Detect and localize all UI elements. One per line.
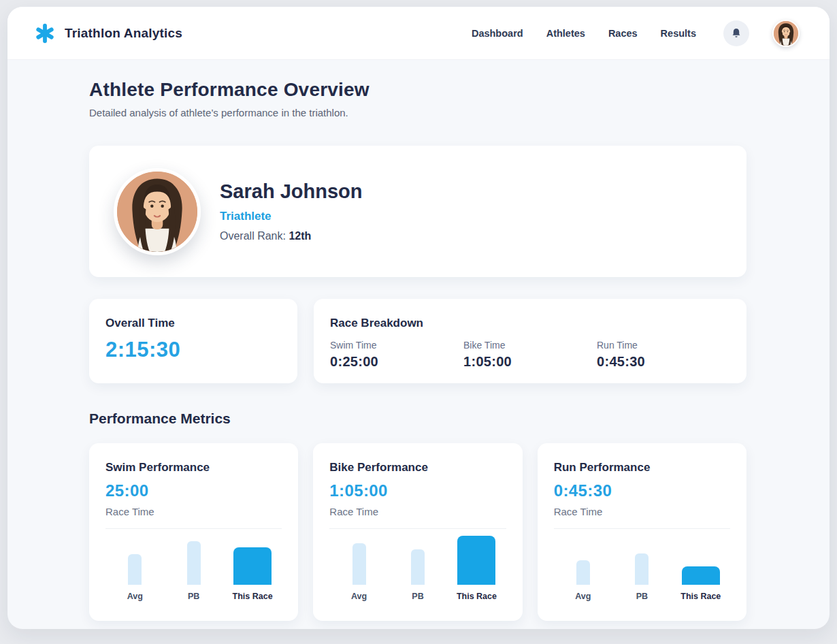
nav-item-dashboard[interactable]: Dashboard — [472, 28, 523, 39]
swim-avg-column: Avg — [105, 532, 164, 601]
page-subtitle: Detailed analysis of athlete’s performan… — [89, 107, 746, 118]
swim-thisrace-label: This Race — [233, 592, 273, 601]
run-pb-label: PB — [636, 592, 648, 601]
bike-thisrace-bar — [457, 536, 495, 585]
swim-avg-bar — [128, 554, 142, 585]
swim-pb-label: PB — [188, 592, 199, 601]
bike-card-caption: Race Time — [329, 506, 506, 517]
performance-metrics-heading: Performance Metrics — [89, 410, 746, 427]
athlete-rank-value: 12th — [289, 230, 311, 242]
bike-avg-bar — [352, 543, 366, 585]
brand[interactable]: Triathlon Analytics — [35, 23, 182, 44]
swim-pb-bar — [187, 541, 201, 585]
split-bike-label: Bike Time — [463, 340, 597, 351]
split-bike-value: 1:05:00 — [463, 354, 597, 370]
nav-item-races[interactable]: Races — [608, 28, 638, 39]
bike-card-title: Bike Performance — [329, 461, 506, 474]
run-bar-chart: Avg PB This Race — [554, 532, 730, 601]
run-card-title: Run Performance — [554, 461, 730, 474]
asterisk-logo-icon — [35, 23, 55, 44]
bike-thisrace-label: This Race — [457, 592, 497, 601]
run-thisrace-label: This Race — [680, 592, 721, 601]
app-window: Triathlon Analytics Dashboard Athletes R… — [7, 7, 830, 629]
bike-avg-label: Avg — [351, 592, 367, 601]
page-title: Athlete Performance Overview — [89, 79, 746, 101]
bike-pb-label: PB — [412, 592, 423, 601]
split-swim-label: Swim Time — [330, 340, 463, 351]
race-breakdown-splits: Swim Time 0:25:00 Bike Time 1:05:00 Run … — [330, 340, 730, 370]
swim-card-title: Swim Performance — [105, 461, 282, 474]
swim-pb-column: PB — [164, 532, 223, 601]
bike-thisrace-column: This Race — [447, 532, 506, 601]
run-avg-column: Avg — [554, 532, 612, 601]
athlete-avatar — [114, 168, 201, 255]
main-nav: Dashboard Athletes Races Results — [472, 20, 800, 47]
run-thisrace-bar — [682, 566, 720, 585]
race-breakdown-title: Race Breakdown — [330, 317, 730, 330]
swim-thisrace-column: This Race — [223, 532, 282, 601]
swim-card-value: 25:00 — [105, 481, 282, 500]
race-breakdown-card: Race Breakdown Swim Time 0:25:00 Bike Ti… — [314, 299, 746, 383]
bike-bar-chart: Avg PB This Race — [329, 532, 506, 601]
bike-performance-card: Bike Performance 1:05:00 Race Time Avg P… — [313, 443, 522, 621]
overall-time-label: Overall Time — [105, 317, 281, 330]
bike-pb-bar — [411, 549, 425, 585]
run-pb-bar — [635, 553, 649, 585]
run-performance-card: Run Performance 0:45:30 Race Time Avg PB — [538, 443, 746, 621]
nav-item-athletes[interactable]: Athletes — [546, 28, 585, 39]
navbar: Triathlon Analytics Dashboard Athletes R… — [7, 7, 830, 60]
divider — [554, 528, 730, 529]
nav-item-results[interactable]: Results — [661, 28, 696, 39]
bell-icon — [730, 27, 742, 39]
run-card-caption: Race Time — [554, 506, 730, 517]
bike-pb-column: PB — [389, 532, 447, 601]
notifications-button[interactable] — [723, 20, 749, 46]
split-bike: Bike Time 1:05:00 — [463, 340, 597, 370]
split-swim-value: 0:25:00 — [330, 354, 463, 370]
swim-performance-card: Swim Performance 25:00 Race Time Avg PB — [89, 443, 298, 621]
athlete-card: Sarah Johnson Triathlete Overall Rank: 1… — [89, 146, 746, 277]
split-swim: Swim Time 0:25:00 — [330, 340, 463, 370]
athlete-rank-label: Overall Rank: — [220, 230, 286, 242]
swim-bar-chart: Avg PB This Race — [105, 532, 282, 601]
stats-row: Overall Time 2:15:30 Race Breakdown Swim… — [89, 299, 746, 383]
athlete-name: Sarah Johnson — [220, 180, 363, 203]
swim-avg-label: Avg — [127, 592, 143, 601]
run-avg-label: Avg — [575, 592, 591, 601]
split-run-label: Run Time — [597, 340, 730, 351]
run-card-value: 0:45:30 — [554, 481, 730, 500]
athlete-role: Triathlete — [220, 210, 363, 223]
bike-card-value: 1:05:00 — [329, 481, 506, 500]
divider — [329, 528, 506, 529]
overall-time-card: Overall Time 2:15:30 — [89, 299, 297, 383]
user-avatar[interactable] — [772, 20, 800, 47]
main-content: Athlete Performance Overview Detailed an… — [7, 60, 830, 629]
brand-name: Triathlon Analytics — [65, 26, 182, 41]
overall-time-value: 2:15:30 — [105, 338, 281, 362]
divider — [105, 528, 282, 529]
split-run-value: 0:45:30 — [597, 354, 730, 370]
athlete-rank: Overall Rank: 12th — [220, 230, 363, 242]
athlete-info: Sarah Johnson Triathlete Overall Rank: 1… — [220, 180, 363, 242]
metric-grid: Swim Performance 25:00 Race Time Avg PB — [89, 443, 746, 621]
run-pb-column: PB — [612, 532, 671, 601]
split-run: Run Time 0:45:30 — [597, 340, 730, 370]
run-thisrace-column: This Race — [672, 532, 730, 601]
swim-thisrace-bar — [233, 547, 272, 585]
swim-card-caption: Race Time — [105, 506, 282, 517]
bike-avg-column: Avg — [329, 532, 388, 601]
run-avg-bar — [576, 560, 590, 585]
